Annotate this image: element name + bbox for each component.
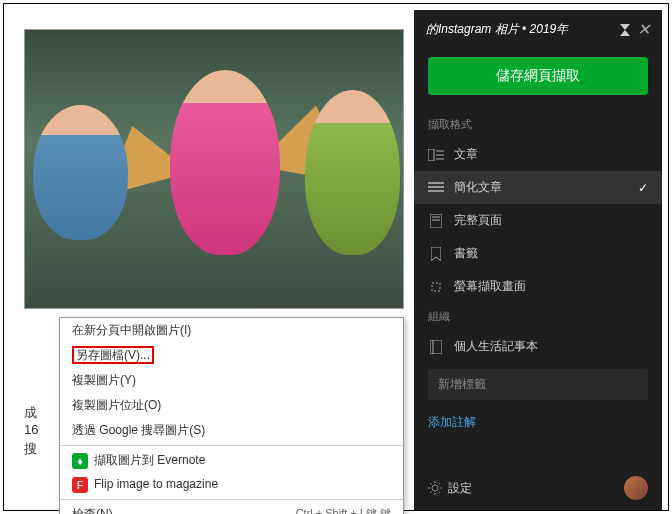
section-format-label: 擷取格式 bbox=[414, 111, 662, 138]
add-annotation-link[interactable]: 添加註解 bbox=[414, 406, 662, 439]
ctx-inspect[interactable]: 檢查(N)Ctrl + Shift + I 鍵 鍵 bbox=[60, 502, 403, 514]
page-text: 16 bbox=[24, 422, 38, 437]
gear-icon[interactable] bbox=[428, 481, 442, 495]
ctx-copy-image[interactable]: 複製圖片(Y) bbox=[60, 368, 403, 393]
format-label: 文章 bbox=[454, 146, 478, 163]
article-icon bbox=[428, 148, 444, 162]
notebook-selector[interactable]: 個人生活記事本 bbox=[414, 330, 662, 363]
format-fullpage[interactable]: 完整頁面 bbox=[414, 204, 662, 237]
section-org-label: 組織 bbox=[414, 303, 662, 330]
svg-rect-11 bbox=[430, 340, 442, 354]
format-article[interactable]: 文章 bbox=[414, 138, 662, 171]
notebook-label: 個人生活記事本 bbox=[454, 338, 538, 355]
svg-point-13 bbox=[432, 485, 438, 491]
ctx-copy-address[interactable]: 複製圖片位址(O) bbox=[60, 393, 403, 418]
evernote-icon: ♦ bbox=[72, 453, 88, 469]
flipboard-icon: F bbox=[72, 477, 88, 493]
notebook-icon bbox=[428, 340, 444, 354]
page-icon bbox=[428, 214, 444, 228]
svg-rect-10 bbox=[432, 283, 440, 291]
ctx-evernote[interactable]: ♦擷取圖片到 Evernote bbox=[60, 448, 403, 473]
hourglass-icon bbox=[619, 23, 631, 37]
avatar[interactable] bbox=[624, 476, 648, 500]
context-menu: 在新分頁中開啟圖片(I) 另存圖檔(V)... 複製圖片(Y) 複製圖片位址(O… bbox=[59, 317, 404, 514]
tag-input[interactable]: 新增標籤 bbox=[428, 369, 648, 400]
format-label: 簡化文章 bbox=[454, 179, 502, 196]
panel-title: 的Instagram 相片 • 2019年 bbox=[426, 21, 613, 38]
ctx-save-as[interactable]: 另存圖檔(V)... bbox=[60, 343, 403, 368]
close-icon[interactable]: ✕ bbox=[637, 20, 650, 39]
ctx-open-new-tab[interactable]: 在新分頁中開啟圖片(I) bbox=[60, 318, 403, 343]
format-label: 書籤 bbox=[454, 245, 478, 262]
bookmark-icon bbox=[428, 247, 444, 261]
page-text: 搜 bbox=[24, 440, 37, 458]
save-clip-button[interactable]: 儲存網頁擷取 bbox=[428, 57, 648, 95]
svg-rect-7 bbox=[430, 214, 442, 228]
settings-link[interactable]: 設定 bbox=[448, 480, 472, 497]
page-text: 成 bbox=[24, 404, 37, 422]
evernote-clipper-panel: 的Instagram 相片 • 2019年 ✕ 儲存網頁擷取 擷取格式 文章 簡… bbox=[414, 10, 662, 510]
format-bookmark[interactable]: 書籤 bbox=[414, 237, 662, 270]
format-screenshot[interactable]: 螢幕擷取畫面 bbox=[414, 270, 662, 303]
check-icon: ✓ bbox=[638, 181, 648, 195]
format-simplified[interactable]: 簡化文章 ✓ bbox=[414, 171, 662, 204]
ctx-flipboard[interactable]: FFlip image to magazine bbox=[60, 473, 403, 497]
svg-rect-0 bbox=[428, 149, 434, 161]
format-label: 完整頁面 bbox=[454, 212, 502, 229]
photo-preview[interactable] bbox=[24, 29, 404, 309]
lines-icon bbox=[428, 181, 444, 195]
format-label: 螢幕擷取畫面 bbox=[454, 278, 526, 295]
crop-icon bbox=[428, 280, 444, 294]
ctx-google-search[interactable]: 透過 Google 搜尋圖片(S) bbox=[60, 418, 403, 443]
